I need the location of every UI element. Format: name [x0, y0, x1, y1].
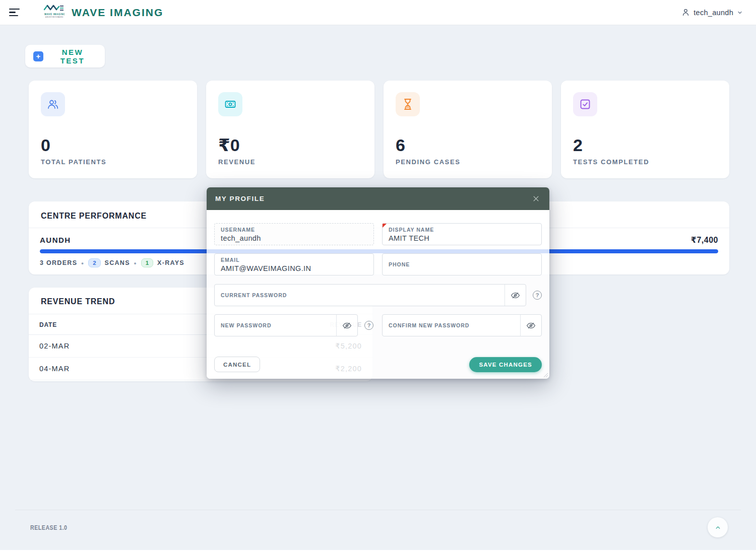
- page-footer: RELEASE 1.0: [15, 510, 741, 550]
- toggle-password-visibility-button[interactable]: [520, 315, 541, 336]
- user-icon: [681, 8, 690, 17]
- modal-body: USERNAME tech_aundh DISPLAY NAME AMIT TE…: [207, 210, 549, 379]
- stat-value: 6: [396, 136, 540, 154]
- plus-icon: +: [33, 51, 43, 61]
- stat-card-total-patients: 0 TOTAL PATIENTS: [29, 81, 197, 178]
- eye-off-icon: [342, 321, 352, 330]
- eye-off-icon: [511, 291, 520, 300]
- cell-date: 02-MAR: [39, 342, 70, 350]
- eye-off-icon: [526, 321, 536, 330]
- toggle-password-visibility-button[interactable]: [336, 315, 357, 336]
- wave-imaging-logo-icon: WAVE IMAGING A MILESTONE IN IMAGING: [43, 3, 65, 22]
- app-window: WAVE IMAGING A MILESTONE IN IMAGING WAVE…: [0, 0, 756, 554]
- scans-badge: 2: [88, 258, 100, 267]
- email-field[interactable]: EMAIL AMIT@WAVEIMAGING.IN: [214, 253, 374, 275]
- stat-value: 2: [573, 136, 717, 154]
- banknote-icon: [218, 92, 242, 116]
- centre-amount: ₹7,400: [691, 235, 718, 245]
- cell-date: 04-MAR: [39, 365, 70, 373]
- current-password-field[interactable]: CURRENT PASSWORD: [214, 284, 526, 306]
- centre-name: AUNDH: [40, 236, 71, 244]
- stat-label: TESTS COMPLETED: [573, 158, 717, 166]
- stat-label: TOTAL PATIENTS: [41, 158, 185, 166]
- stat-label: REVENUE: [218, 158, 362, 166]
- section-title: REVENUE TREND: [41, 297, 115, 306]
- modal-title: MY PROFILE: [215, 195, 265, 202]
- username-field: USERNAME tech_aundh: [214, 223, 374, 245]
- save-changes-button[interactable]: SAVE CHANGES: [469, 357, 542, 372]
- xrays-badge: 1: [141, 258, 153, 267]
- scroll-to-top-button[interactable]: [708, 517, 728, 537]
- username-label: tech_aundh: [694, 9, 733, 17]
- stat-card-tests-completed: 2 TESTS COMPLETED: [561, 81, 729, 178]
- dot-separator: •: [81, 259, 84, 267]
- modal-header[interactable]: MY PROFILE: [207, 187, 549, 210]
- modified-flag-icon: [383, 224, 387, 228]
- menu-icon[interactable]: [9, 6, 22, 19]
- column-date: DATE: [39, 321, 57, 328]
- new-test-button[interactable]: + NEW TEST: [25, 45, 105, 67]
- help-icon[interactable]: ?: [533, 291, 542, 300]
- brand-title: WAVE IMAGING: [72, 7, 163, 19]
- svg-text:A MILESTONE IN IMAGING: A MILESTONE IN IMAGING: [45, 16, 63, 18]
- chevron-down-icon: [737, 10, 743, 16]
- hourglass-icon: [396, 92, 420, 116]
- stat-label: PENDING CASES: [396, 158, 540, 166]
- section-title: CENTRE PERFORMANCE: [41, 212, 147, 220]
- stat-value: ₹0: [218, 136, 362, 154]
- confirm-new-password-field[interactable]: CONFIRM NEW PASSWORD: [382, 314, 542, 336]
- cancel-button[interactable]: CANCEL: [214, 357, 260, 372]
- users-icon: [41, 92, 65, 116]
- display-name-field[interactable]: DISPLAY NAME AMIT TECH: [382, 223, 542, 245]
- dot-separator: •: [134, 259, 137, 267]
- toggle-password-visibility-button[interactable]: [505, 285, 526, 306]
- svg-text:WAVE IMAGING: WAVE IMAGING: [44, 13, 65, 16]
- stat-value: 0: [41, 136, 185, 154]
- my-profile-modal: MY PROFILE USERNAME tech_aundh DISPLAY N…: [207, 187, 549, 379]
- help-icon[interactable]: ?: [364, 321, 373, 330]
- close-icon: [532, 195, 540, 202]
- stat-card-revenue: ₹0 REVENUE: [206, 81, 374, 178]
- stats-row: 0 TOTAL PATIENTS ₹0 REVENUE: [29, 81, 729, 178]
- new-password-field[interactable]: NEW PASSWORD: [214, 314, 358, 336]
- chevron-up-icon: [715, 524, 721, 531]
- release-version: RELEASE 1.0: [30, 524, 68, 531]
- check-square-icon: [573, 92, 597, 116]
- resize-handle[interactable]: [543, 373, 548, 377]
- top-navbar: WAVE IMAGING A MILESTONE IN IMAGING WAVE…: [0, 0, 756, 25]
- phone-field[interactable]: PHONE: [382, 253, 542, 275]
- user-menu[interactable]: tech_aundh: [681, 8, 743, 17]
- stat-card-pending-cases: 6 PENDING CASES: [384, 81, 552, 178]
- close-button[interactable]: [531, 194, 541, 203]
